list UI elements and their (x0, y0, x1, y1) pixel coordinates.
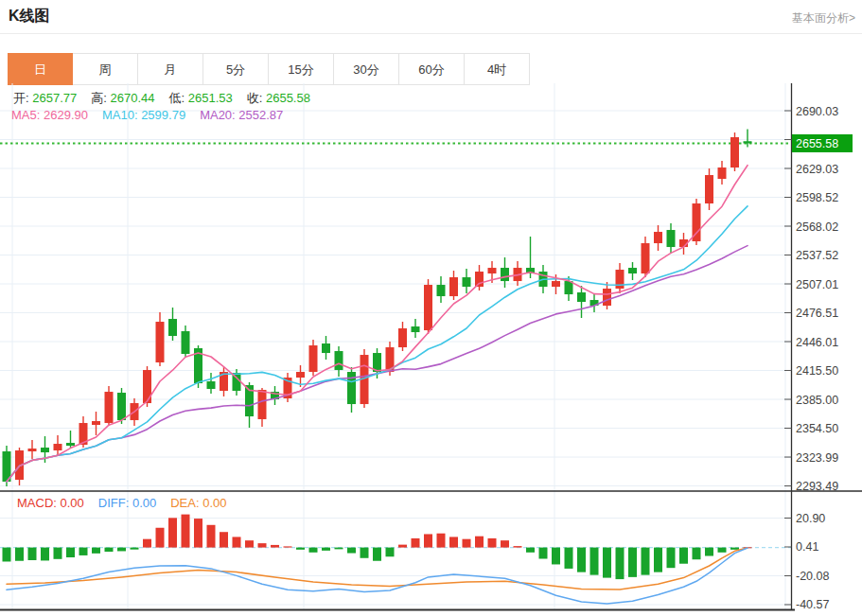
svg-text:2655.58: 2655.58 (796, 137, 838, 150)
svg-text:0.41: 0.41 (796, 540, 818, 554)
svg-text:2354.50: 2354.50 (796, 422, 838, 435)
ohlc-item: 开: 2657.77 (13, 90, 77, 107)
ohlc-item: 高: 2670.44 (91, 90, 154, 107)
tab-interval-6[interactable]: 60分 (399, 53, 465, 85)
svg-text:2537.52: 2537.52 (796, 249, 838, 262)
ohlc-legend: 开: 2657.77高: 2670.44低: 2651.53收: 2655.58 (13, 90, 325, 107)
fundamental-analysis-link[interactable]: 基本面分析> (792, 10, 855, 26)
svg-text:2507.01: 2507.01 (796, 278, 838, 291)
tab-interval-5[interactable]: 30分 (334, 53, 399, 85)
page-header: K线图 基本面分析> (0, 0, 862, 34)
tab-interval-7[interactable]: 4时 (465, 53, 530, 85)
macd-item: MACD: 0.00 (17, 496, 84, 510)
ohlc-item: 低: 2651.53 (168, 90, 232, 107)
tab-interval-2[interactable]: 月 (138, 53, 203, 85)
svg-text:-40.57: -40.57 (796, 598, 829, 611)
page-title: K线图 (9, 7, 50, 26)
tab-interval-0[interactable]: 日 (8, 53, 73, 85)
macd-item: DEA: 0.00 (170, 496, 226, 510)
svg-text:2690.03: 2690.03 (796, 105, 838, 118)
kline-page: K线图 基本面分析> 日周月5分15分30分60分4时 2690.032659.… (0, 0, 862, 616)
ma-item: MA5: 2629.90 (11, 108, 88, 122)
macd-item: DIFF: 0.00 (98, 496, 156, 510)
svg-text:2446.01: 2446.01 (796, 336, 838, 349)
svg-text:2293.49: 2293.49 (796, 480, 838, 493)
kline-chart-svg: 2690.032659.532629.032598.522568.022537.… (0, 83, 862, 611)
ohlc-item: 收: 2655.58 (247, 90, 310, 107)
svg-text:20.90: 20.90 (796, 512, 825, 525)
svg-text:2629.03: 2629.03 (796, 163, 838, 176)
svg-text:2476.51: 2476.51 (796, 307, 838, 320)
interval-tab-bar: 日周月5分15分30分60分4时 (8, 53, 530, 85)
svg-text:2415.50: 2415.50 (796, 364, 838, 378)
ma-legend: MA5: 2629.90MA10: 2599.79MA20: 2552.87 (11, 108, 297, 122)
svg-text:2598.52: 2598.52 (796, 191, 838, 204)
ma-item: MA20: 2552.87 (200, 108, 283, 122)
tab-interval-1[interactable]: 周 (73, 53, 138, 85)
svg-text:2385.00: 2385.00 (796, 394, 838, 407)
svg-text:2568.02: 2568.02 (796, 220, 838, 234)
tab-interval-4[interactable]: 15分 (269, 53, 334, 85)
macd-legend: MACD: 0.00DIFF: 0.00DEA: 0.00 (17, 496, 241, 510)
svg-text:-20.08: -20.08 (796, 570, 829, 583)
ma-item: MA10: 2599.79 (102, 108, 185, 122)
tab-interval-3[interactable]: 5分 (203, 53, 269, 85)
svg-text:2323.99: 2323.99 (796, 451, 838, 465)
